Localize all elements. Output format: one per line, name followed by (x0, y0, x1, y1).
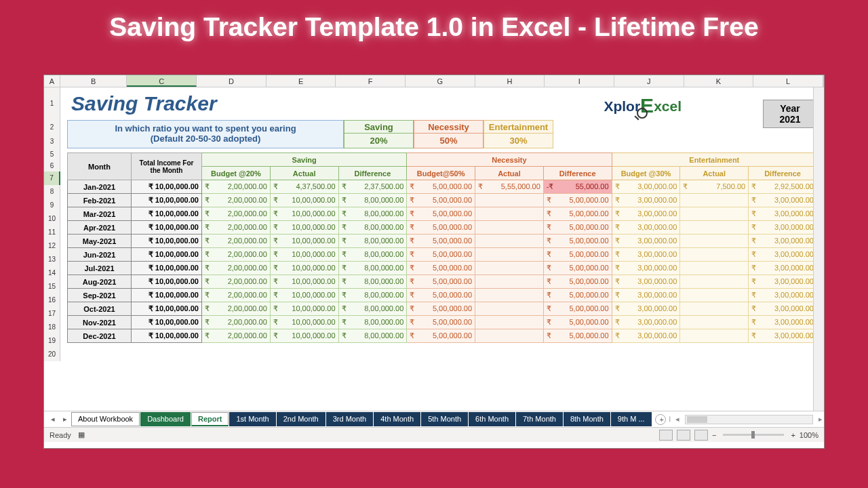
cell-month[interactable]: Mar-2021 (68, 207, 132, 221)
tabs-prev-icon[interactable]: ◂ (47, 415, 59, 424)
cell[interactable]: ₹3,00,000.00 (749, 235, 817, 248)
cell[interactable]: -₹55,000.00 (543, 180, 612, 194)
sheet-tab[interactable]: 9th M ... (611, 412, 652, 426)
cell[interactable] (680, 235, 749, 248)
cell[interactable]: ₹3,00,000.00 (749, 262, 817, 275)
table-row[interactable]: Oct-2021₹ 10,00,000.00₹2,00,000.00₹10,00… (68, 302, 817, 316)
cell[interactable]: ₹8,00,000.00 (338, 275, 407, 289)
row-header-2[interactable]: 2 (44, 120, 60, 134)
cell[interactable]: ₹3,00,000.00 (612, 275, 680, 289)
col-header-H[interactable]: H (475, 75, 545, 87)
sheet-tab[interactable]: 8th Month (564, 412, 610, 426)
cell[interactable]: ₹3,00,000.00 (612, 262, 680, 275)
row-header-11[interactable]: 11 (44, 226, 60, 239)
cell[interactable]: ₹7,500.00 (680, 180, 749, 194)
row-header-7[interactable]: 7 (44, 171, 60, 185)
cell[interactable] (680, 248, 749, 262)
sheet-tab[interactable]: 3rd Month (326, 412, 374, 426)
cell[interactable]: ₹5,00,000.00 (407, 329, 475, 343)
row-header-9[interactable]: 9 (44, 199, 60, 212)
cell[interactable]: ₹5,00,000.00 (543, 248, 612, 262)
cell[interactable]: ₹2,37,500.00 (338, 180, 407, 194)
cell[interactable]: ₹5,00,000.00 (543, 235, 612, 248)
cell[interactable] (680, 194, 749, 207)
zoom-in-button[interactable]: + (791, 431, 795, 439)
table-row[interactable]: Feb-2021₹ 10,00,000.00₹2,00,000.00₹10,00… (68, 194, 817, 207)
row-header-1[interactable]: 1 (44, 87, 60, 120)
cell[interactable]: ₹2,00,000.00 (202, 275, 271, 289)
cell[interactable] (475, 235, 544, 248)
cell[interactable]: ₹3,00,000.00 (749, 289, 817, 302)
table-row[interactable]: May-2021₹ 10,00,000.00₹2,00,000.00₹10,00… (68, 235, 817, 248)
cell-income[interactable]: ₹ 10,00,000.00 (132, 235, 202, 248)
tracker-table[interactable]: Month Total Income For the Month Saving … (67, 152, 817, 343)
cell[interactable]: ₹2,00,000.00 (202, 235, 271, 248)
row-header-15[interactable]: 15 (44, 280, 60, 293)
cell[interactable] (680, 329, 749, 343)
sheet-tab[interactable]: 6th Month (469, 412, 515, 426)
cell[interactable]: ₹2,00,000.00 (202, 248, 271, 262)
cell[interactable] (475, 275, 544, 289)
cell[interactable]: ₹5,00,000.00 (543, 302, 612, 316)
cell[interactable]: ₹5,00,000.00 (407, 316, 475, 329)
cell[interactable]: ₹10,00,000.00 (270, 289, 338, 302)
zoom-level[interactable]: 100% (800, 431, 818, 439)
sheet-tab[interactable]: About Workbook (71, 412, 140, 426)
cell[interactable]: ₹5,00,000.00 (407, 248, 475, 262)
vertical-scrollbar[interactable] (813, 87, 824, 411)
cell[interactable] (475, 302, 544, 316)
cell[interactable] (680, 207, 749, 221)
cell[interactable]: ₹5,00,000.00 (543, 316, 612, 329)
add-sheet-button[interactable]: + (655, 414, 666, 425)
cell[interactable] (680, 289, 749, 302)
row-header-16[interactable]: 16 (44, 293, 60, 307)
table-row[interactable]: Jan-2021₹ 10,00,000.00₹2,00,000.00₹4,37,… (68, 180, 817, 194)
cell-income[interactable]: ₹ 10,00,000.00 (132, 302, 202, 316)
cell[interactable]: ₹8,00,000.00 (338, 207, 407, 221)
cell-income[interactable]: ₹ 10,00,000.00 (132, 329, 202, 343)
cell[interactable]: ₹5,00,000.00 (407, 180, 475, 194)
cell[interactable]: ₹10,00,000.00 (270, 248, 338, 262)
table-row[interactable]: Nov-2021₹ 10,00,000.00₹2,00,000.00₹10,00… (68, 316, 817, 329)
cell[interactable]: ₹2,00,000.00 (202, 180, 271, 194)
cell[interactable]: ₹10,00,000.00 (270, 221, 338, 235)
col-header-G[interactable]: G (406, 75, 475, 87)
cell[interactable]: ₹5,00,000.00 (543, 289, 612, 302)
necessity-pct[interactable]: Necessity50% (414, 120, 484, 148)
cell[interactable]: ₹2,92,500.00 (749, 180, 817, 194)
cell-income[interactable]: ₹ 10,00,000.00 (132, 221, 202, 235)
cell[interactable] (680, 275, 749, 289)
row-header-12[interactable]: 12 (44, 239, 60, 253)
cell[interactable]: ₹5,00,000.00 (407, 262, 475, 275)
sheet-tab[interactable]: 1st Month (229, 412, 275, 426)
cell[interactable]: ₹8,00,000.00 (338, 302, 407, 316)
cell-month[interactable]: Jul-2021 (68, 262, 132, 275)
cell-income[interactable]: ₹ 10,00,000.00 (132, 194, 202, 207)
zoom-out-button[interactable]: − (712, 431, 716, 439)
table-row[interactable]: Sep-2021₹ 10,00,000.00₹2,00,000.00₹10,00… (68, 289, 817, 302)
cell[interactable]: ₹8,00,000.00 (338, 329, 407, 343)
col-header-L[interactable]: L (753, 75, 823, 87)
cell[interactable]: ₹8,00,000.00 (338, 194, 407, 207)
cell[interactable] (680, 221, 749, 235)
cell[interactable]: ₹5,00,000.00 (407, 275, 475, 289)
sheet-tab[interactable]: 4th Month (374, 412, 420, 426)
horizontal-scrollbar[interactable] (685, 415, 813, 424)
col-header-B[interactable]: B (60, 75, 127, 87)
tabs-next-icon[interactable]: ▸ (59, 415, 71, 424)
cell[interactable]: ₹5,00,000.00 (407, 221, 475, 235)
row-header-14[interactable]: 14 (44, 266, 60, 280)
cell[interactable] (475, 329, 544, 343)
row-header-10[interactable]: 10 (44, 212, 60, 226)
scroll-left-icon[interactable]: ◂ (674, 415, 681, 424)
cell[interactable]: ₹3,00,000.00 (612, 221, 680, 235)
cell[interactable]: ₹8,00,000.00 (338, 235, 407, 248)
cell[interactable]: ₹10,00,000.00 (270, 329, 338, 343)
cell[interactable]: ₹4,37,500.00 (270, 180, 338, 194)
cell[interactable] (680, 316, 749, 329)
cell[interactable]: ₹3,00,000.00 (612, 235, 680, 248)
cell[interactable]: ₹3,00,000.00 (612, 180, 680, 194)
cell[interactable]: ₹3,00,000.00 (749, 221, 817, 235)
row-header-8[interactable]: 8 (44, 185, 60, 199)
cell[interactable]: ₹3,00,000.00 (749, 275, 817, 289)
